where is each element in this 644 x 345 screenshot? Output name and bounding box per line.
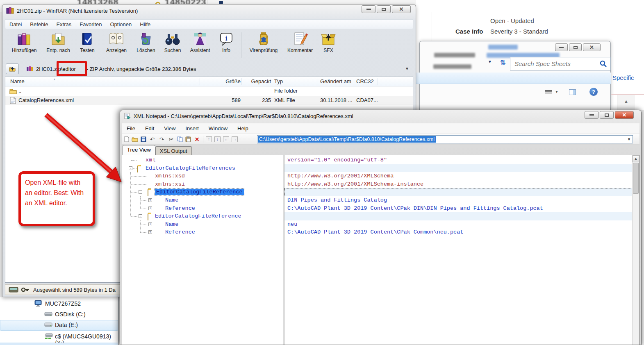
wizard-button[interactable]: Assistent [185,30,215,53]
nudge-down-icon[interactable]: ↓ [214,136,221,142]
value-row[interactable] [284,164,632,172]
tree-node-network-drive[interactable]: c$ (\\MUCS4GU0913) (X:) [0,331,118,342]
delete-icon[interactable]: ✕ [193,136,200,143]
nudge-left-icon[interactable]: ↔ [223,136,229,142]
value-row[interactable]: DIN Pipes and Fittings Catalog [284,196,632,204]
value-row-selected[interactable] [284,188,632,196]
nudge-right-icon[interactable]: → [232,136,238,142]
nudge-up-icon[interactable]: ↑ [206,136,212,142]
specific-link[interactable]: Specific [612,74,634,81]
sync-icon[interactable]: ⇅ [500,59,505,66]
scrollbar-up[interactable]: ▲ [617,95,635,110]
tree-node-osdisk[interactable]: OSDisk (C:) [0,309,118,320]
maximize-button[interactable] [377,5,391,13]
column-size[interactable]: Größe [202,78,241,84]
column-modified[interactable]: Geändert am [320,78,351,84]
file-row-parent[interactable]: .. File folder [5,86,413,96]
tree-item-root[interactable]: - EditorCatalogFileReferences [122,164,283,172]
tree-item-xmlns-xsi[interactable]: xmlns:xsi [122,180,283,188]
menu-edit[interactable]: Edit [140,125,159,132]
extract-to-button[interactable]: Entp. nach [43,30,74,53]
minimize-button[interactable] [362,5,375,13]
minimize-button[interactable] [585,111,598,119]
list-view-caret-icon[interactable]: ▼ [555,90,558,94]
copy-icon[interactable] [177,136,183,142]
maximize-button[interactable] [569,43,582,51]
list-view-icon[interactable] [545,90,552,95]
open-folder-icon[interactable] [132,136,138,142]
value-row[interactable]: http://www.w3.org/2001/XMLSchema-instanc… [284,180,632,188]
value-row[interactable]: neu [284,220,632,229]
scrollbar-up-icon[interactable]: ▲ [633,155,639,162]
view-button[interactable]: Anzeigen [101,30,132,53]
file-row-xml[interactable]: CatalogReferences.xml 589 235 XML File 3… [5,96,413,105]
add-button[interactable]: Hinzufügen [6,30,43,53]
xml-notepad-titlebar[interactable]: XML Notepad - C:\Users\gersteb\AppData\L… [120,110,641,122]
menu-insert[interactable]: Insert [180,125,204,132]
tab-xsl-output[interactable]: XSL Output [155,146,192,155]
column-packed[interactable]: Gepackt [244,78,271,84]
test-button[interactable]: Testen [74,30,101,53]
maximize-button[interactable] [600,111,614,119]
value-row[interactable]: C:\AutoCAD Plant 3D 2019 Content\CPak Co… [284,228,632,236]
menu-extras[interactable]: Extras [52,21,75,27]
redo-icon[interactable]: ↷ [158,136,165,143]
menu-befehle[interactable]: Befehle [26,21,52,27]
help-icon[interactable]: ? [589,88,598,96]
menu-optionen[interactable]: Optionen [106,21,136,27]
search-icon[interactable] [600,60,607,68]
location-combobox[interactable]: C:\Users\gersteb\AppData\Local\Temp\Rar$… [257,135,633,143]
menu-window[interactable]: Window [204,125,232,132]
save-icon[interactable] [141,136,146,142]
menu-datei[interactable]: Datei [5,21,26,27]
tree-node-data-selected[interactable]: Data (E:) [0,320,118,331]
vertical-scrollbar[interactable]: ▲ [632,155,639,345]
tree-item-xml[interactable]: xml [122,156,283,164]
undo-icon[interactable]: ↶ [149,136,156,143]
tree-item-reference-2[interactable]: - EditorCatalogFileReference [122,212,283,220]
column-name[interactable]: Name [10,78,25,84]
search-button[interactable]: Suchen [160,30,185,53]
menu-hilfe[interactable]: Hilfe [136,21,155,27]
sfx-button[interactable]: SFX [318,30,339,53]
info-button[interactable]: i Info [215,30,238,53]
tree-item-reference-value-1[interactable]: + Reference [122,204,283,213]
tree-node-computer[interactable]: MUC7267Z52 [0,299,118,309]
winrar-titlebar[interactable]: 2HC01.zip - WinRAR (Nicht lizensierte Te… [2,5,416,17]
search-input[interactable] [514,59,592,68]
comment-button[interactable]: Kommentar [282,30,318,53]
close-button[interactable]: ✕ [615,111,634,119]
collapse-icon[interactable]: - [139,214,142,218]
cut-icon[interactable]: ✂ [168,136,175,143]
column-type[interactable]: Typ [274,78,283,84]
delete-button[interactable]: Löschen [132,30,160,53]
tree-item-name-1[interactable]: + Name [122,196,283,204]
menu-help[interactable]: Help [232,125,253,132]
tree-item-xmlns-xsd[interactable]: xmlns:xsd [122,172,283,180]
tree-item-reference-1-selected[interactable]: - EditorCatalogFileReference [122,188,283,196]
value-row[interactable]: http://www.w3.org/2001/XMLSchema [284,172,632,180]
tree-item-name-2[interactable]: + Name [122,220,283,229]
menu-view[interactable]: View [159,125,180,132]
column-crc[interactable]: CRC32 [356,78,374,84]
expand-icon[interactable]: + [148,222,152,226]
value-row[interactable]: version="1.0" encoding="utf-8" [284,156,632,164]
address-dropdown-icon[interactable]: ▼ [405,66,409,71]
preview-pane-icon[interactable] [569,89,576,95]
scrollbar-thumb[interactable] [633,163,639,194]
paste-icon[interactable] [185,136,191,142]
expand-icon[interactable]: + [148,207,152,210]
key-icon[interactable] [21,287,29,293]
virus-scan-button[interactable]: Virenprüfung [245,30,282,53]
value-row[interactable] [284,212,632,220]
menu-favoriten[interactable]: Favoriten [75,21,106,27]
dropdown-caret-icon[interactable]: ▼ [488,59,492,64]
expand-icon[interactable]: + [148,198,152,202]
minimize-button[interactable] [555,43,568,51]
value-row[interactable]: C:\AutoCAD Plant 3D 2019 Content\CPak DI… [284,204,632,213]
disk-icon[interactable] [9,286,19,293]
expand-icon[interactable]: + [148,230,152,234]
combo-dropdown-icon[interactable]: ▼ [627,137,631,141]
tree-item-reference-value-2[interactable]: + Reference [122,228,283,236]
folder-up-button[interactable] [6,64,19,74]
